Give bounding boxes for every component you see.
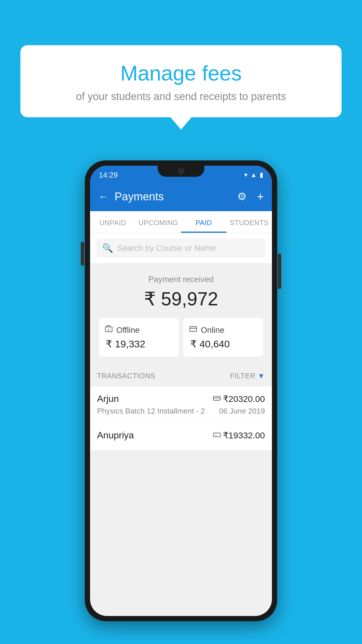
search-icon: 🔍 [102,243,113,253]
phone-outer: 14:29 ▾ ▲ ▮ ← Payments ⚙ + UNPAID [85,160,277,621]
phone-screen: 14:29 ▾ ▲ ▮ ← Payments ⚙ + UNPAID [90,166,272,616]
offline-label: Offline [116,326,140,335]
speech-bubble: Manage fees of your students and send re… [20,45,342,117]
payment-total: ₹ 59,972 [96,288,266,310]
add-button[interactable]: + [257,190,264,203]
svg-rect-3 [190,327,196,331]
front-camera [178,168,184,174]
transaction-amount: ₹20320.00 [223,394,265,404]
tab-bar: UNPAID UPCOMING PAID STUDENTS [90,211,272,233]
offline-card: Offline ₹ 19,332 [99,318,179,357]
transaction-name: Anupriya [97,430,134,441]
settings-button[interactable]: ⚙ [237,190,247,203]
speech-bubble-title: Manage fees [38,61,324,85]
transaction-row[interactable]: Arjun ₹20320.00 Physics Batch 12 Install… [90,386,272,423]
status-time: 14:29 [99,171,118,180]
phone-mockup: 14:29 ▾ ▲ ▮ ← Payments ⚙ + UNPAID [85,160,277,621]
payment-cards: Offline ₹ 19,332 [96,318,266,357]
transaction-date: 06 June 2019 [219,407,265,416]
svg-rect-5 [213,397,220,400]
svg-rect-7 [213,433,220,437]
app-bar: ← Payments ⚙ + [90,182,272,211]
tab-unpaid[interactable]: UNPAID [90,211,136,233]
tab-students[interactable]: STUDENTS [226,211,272,233]
online-card: Online ₹ 40,640 [183,318,263,357]
wifi-icon: ▾ [244,171,247,179]
payment-type-icon [213,394,221,403]
transactions-label: TRANSACTIONS [97,372,155,380]
phone-notch [158,166,204,177]
filter-button[interactable]: FILTER ▼ [230,372,265,380]
payment-summary: Payment received ₹ 59,972 [90,263,272,365]
transaction-row[interactable]: Anupriya ₹19332.00 [90,423,272,450]
signal-icon: ▲ [250,171,257,179]
app-title: Payments [115,190,231,203]
online-amount: ₹ 40,640 [189,338,257,350]
tab-paid[interactable]: PAID [181,211,226,233]
online-icon [189,325,197,335]
search-input[interactable]: Search by Course or Name [117,244,216,253]
tab-upcoming[interactable]: UPCOMING [136,211,181,233]
status-icons: ▾ ▲ ▮ [244,171,263,179]
online-label: Online [201,326,224,335]
transaction-course: Physics Batch 12 Installment - 2 [97,407,205,416]
transaction-amount: ₹19332.00 [223,430,265,440]
offline-icon [105,325,113,335]
search-bar[interactable]: 🔍 Search by Course or Name [96,238,266,258]
transaction-name: Arjun [97,393,119,404]
battery-icon: ▮ [260,171,263,179]
offline-amount: ₹ 19,332 [105,338,173,350]
payment-type-icon-offline [213,431,221,440]
search-container: 🔍 Search by Course or Name [90,233,272,263]
payment-label: Payment received [96,275,266,284]
filter-icon: ▼ [258,372,265,380]
back-button[interactable]: ← [98,190,109,203]
transactions-header: TRANSACTIONS FILTER ▼ [90,365,272,386]
speech-bubble-subtitle: of your students and send receipts to pa… [38,90,324,103]
